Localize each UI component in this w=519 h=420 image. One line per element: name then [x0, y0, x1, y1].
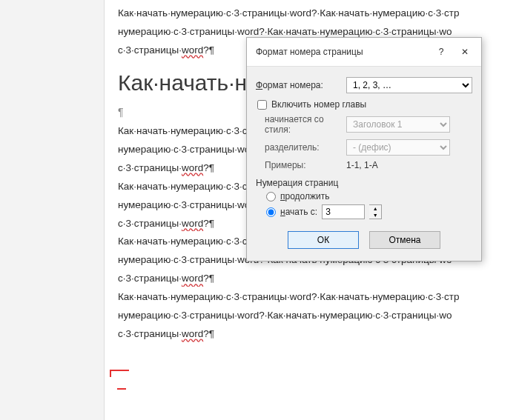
body-paragraph: с·3·страницы·word?¶: [118, 327, 506, 342]
section-break-marker: [117, 388, 126, 396]
page-numbering-group-label: Нумерация страниц: [256, 178, 472, 188]
body-paragraph: нумерацию·с·3·страницы·word?·Как·начать·…: [118, 308, 506, 324]
number-format-label: Формат номера:: [256, 80, 346, 90]
examples-row: Примеры: 1-1, 1-A: [256, 160, 472, 170]
spin-down-button[interactable]: ▼: [369, 212, 381, 219]
examples-label: Примеры:: [265, 160, 346, 170]
number-format-row: Формат номера: 1, 2, 3, …: [256, 77, 472, 93]
body-paragraph: Как·начать·нумерацию·с·3·страницы·word?·…: [118, 290, 506, 305]
start-at-spinner: ▲ ▼: [322, 204, 382, 219]
separator-label: разделитель:: [265, 142, 346, 153]
chapter-style-label: начинается со стиля:: [265, 114, 346, 135]
include-chapter-checkbox[interactable]: [257, 100, 267, 110]
body-paragraph: Как·начать·нумерацию·с·3·страницы·word?·…: [118, 6, 506, 21]
include-chapter-label: Включить номер главы: [271, 99, 366, 110]
start-at-input[interactable]: [322, 204, 365, 219]
separator-select: - (дефис): [346, 139, 450, 156]
ok-button[interactable]: ОК: [288, 231, 359, 249]
continue-numbering-row: продолжить: [266, 191, 472, 201]
cancel-button[interactable]: Отмена: [369, 231, 440, 249]
start-at-row: начать с: ▲ ▼: [266, 204, 472, 219]
body-paragraph: с·3·страницы·word?¶: [118, 271, 506, 287]
dialog-title: Формат номера страницы: [256, 47, 429, 57]
chapter-style-select: Заголовок 1: [346, 116, 450, 133]
continue-radio[interactable]: [266, 192, 276, 201]
dialog-buttons: ОК Отмена: [256, 231, 472, 249]
number-format-select[interactable]: 1, 2, 3, …: [346, 77, 472, 93]
start-at-label: начать с:: [280, 207, 317, 217]
examples-value: 1-1, 1-A: [346, 160, 378, 170]
spin-up-button[interactable]: ▲: [369, 205, 381, 212]
page-number-format-dialog: Формат номера страницы ? ✕ Формат номера…: [246, 37, 482, 261]
help-button[interactable]: ?: [429, 44, 453, 60]
separator-row: разделитель: - (дефис): [256, 139, 472, 156]
include-chapter-row: Включить номер главы: [256, 99, 472, 110]
close-button[interactable]: ✕: [453, 44, 477, 60]
start-at-radio[interactable]: [266, 207, 276, 217]
section-break-marker: [110, 370, 129, 377]
continue-label: продолжить: [280, 191, 329, 201]
dialog-titlebar: Формат номера страницы ? ✕: [247, 38, 481, 67]
chapter-style-row: начинается со стиля: Заголовок 1: [256, 114, 472, 135]
dialog-body: Формат номера: 1, 2, 3, … Включить номер…: [247, 67, 481, 261]
